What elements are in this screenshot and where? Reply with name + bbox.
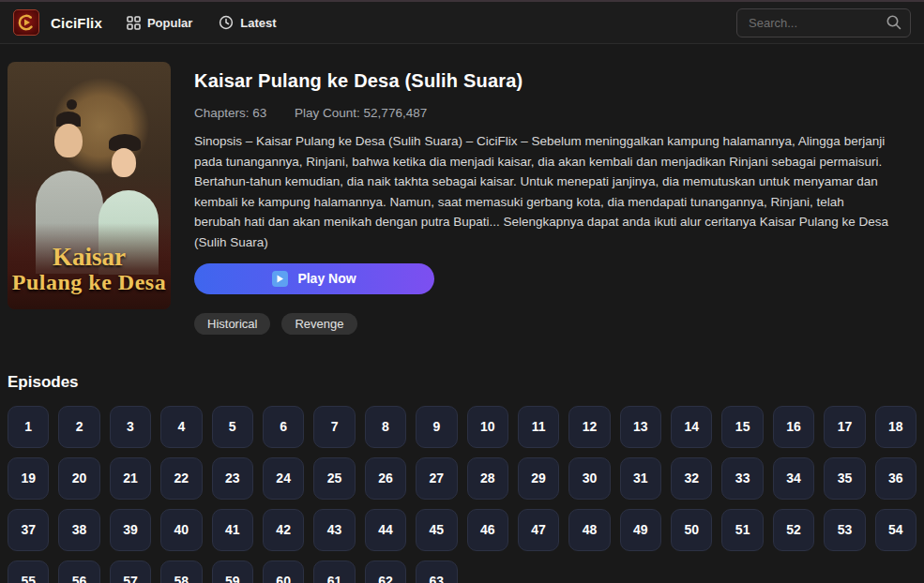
- episode-button-25[interactable]: 25: [313, 457, 355, 500]
- episode-button-30[interactable]: 30: [568, 457, 610, 500]
- episode-button-50[interactable]: 50: [671, 509, 712, 551]
- episode-button-21[interactable]: 21: [110, 457, 151, 500]
- episode-button-43[interactable]: 43: [313, 509, 355, 551]
- poster[interactable]: Kaisar Pulang ke Desa: [8, 62, 171, 309]
- episode-button-54[interactable]: 54: [875, 509, 916, 551]
- episode-button-33[interactable]: 33: [721, 457, 763, 500]
- episode-button-11[interactable]: 11: [518, 406, 559, 448]
- brand-logo-icon: [13, 9, 39, 36]
- drama-info: Kaisar Pulang ke Desa (Sulih Suara) Chap…: [194, 62, 890, 335]
- episode-button-41[interactable]: 41: [212, 509, 253, 551]
- poster-title-line1: Kaisar: [8, 244, 171, 270]
- episode-button-9[interactable]: 9: [416, 406, 457, 448]
- poster-title: Kaisar Pulang ke Desa: [8, 244, 171, 294]
- poster-man-bun: [67, 99, 77, 110]
- episode-button-4[interactable]: 4: [160, 406, 202, 448]
- episode-button-14[interactable]: 14: [671, 406, 712, 448]
- episode-button-28[interactable]: 28: [467, 457, 508, 500]
- grid-icon: [127, 16, 141, 30]
- episode-button-1[interactable]: 1: [8, 406, 49, 448]
- play-count: Play Count: 52,776,487: [295, 106, 427, 120]
- episode-button-26[interactable]: 26: [365, 457, 406, 500]
- search-box: [736, 8, 911, 37]
- episode-button-29[interactable]: 29: [518, 457, 559, 500]
- chapters-count: Chapters: 63: [194, 106, 266, 120]
- episode-button-55[interactable]: 55: [8, 561, 49, 583]
- episode-button-56[interactable]: 56: [58, 561, 99, 583]
- main-content: Kaisar Pulang ke Desa Kaisar Pulang ke D…: [0, 44, 924, 583]
- episode-button-38[interactable]: 38: [58, 509, 99, 551]
- play-now-label: Play Now: [297, 271, 356, 286]
- episode-button-37[interactable]: 37: [8, 509, 49, 551]
- clock-icon: [219, 15, 234, 30]
- episode-button-12[interactable]: 12: [568, 406, 610, 448]
- poster-title-line2: Pulang ke Desa: [8, 271, 171, 294]
- episode-button-19[interactable]: 19: [8, 457, 49, 500]
- drama-detail: Kaisar Pulang ke Desa Kaisar Pulang ke D…: [0, 44, 924, 335]
- episode-button-3[interactable]: 3: [110, 406, 151, 448]
- episode-button-15[interactable]: 15: [721, 406, 763, 448]
- episode-button-44[interactable]: 44: [365, 509, 406, 551]
- episode-button-48[interactable]: 48: [568, 509, 610, 551]
- nav-item-label: Popular: [147, 16, 192, 30]
- episode-button-57[interactable]: 57: [110, 561, 151, 583]
- episode-button-17[interactable]: 17: [824, 406, 865, 448]
- episode-button-23[interactable]: 23: [212, 457, 253, 500]
- episode-button-5[interactable]: 5: [212, 406, 253, 448]
- episode-button-39[interactable]: 39: [110, 509, 151, 551]
- episode-button-52[interactable]: 52: [773, 509, 814, 551]
- episode-button-32[interactable]: 32: [671, 457, 712, 500]
- episode-button-2[interactable]: 2: [58, 406, 99, 448]
- nav-item-popular[interactable]: Popular: [127, 16, 192, 30]
- nav-item-label: Latest: [240, 16, 276, 30]
- play-now-button[interactable]: Play Now: [194, 263, 434, 294]
- episode-button-13[interactable]: 13: [620, 406, 661, 448]
- episode-button-59[interactable]: 59: [212, 561, 253, 583]
- episode-button-34[interactable]: 34: [773, 457, 814, 500]
- episode-button-7[interactable]: 7: [313, 406, 355, 448]
- search-icon[interactable]: [886, 14, 902, 35]
- episode-button-63[interactable]: 63: [416, 561, 457, 583]
- episode-button-31[interactable]: 31: [620, 457, 661, 500]
- episode-button-27[interactable]: 27: [416, 457, 457, 500]
- play-icon: [272, 271, 288, 287]
- episode-button-61[interactable]: 61: [313, 561, 355, 583]
- episode-button-22[interactable]: 22: [160, 457, 202, 500]
- episode-button-6[interactable]: 6: [263, 406, 304, 448]
- nav-item-latest[interactable]: Latest: [219, 15, 276, 30]
- episodes-section: Episodes 1234567891011121314151617181920…: [0, 373, 924, 583]
- poster-woman-head: [112, 148, 136, 177]
- episode-button-18[interactable]: 18: [875, 406, 916, 448]
- episode-button-36[interactable]: 36: [875, 457, 916, 500]
- episode-button-46[interactable]: 46: [467, 509, 508, 551]
- poster-man-head: [54, 124, 83, 157]
- episode-button-42[interactable]: 42: [263, 509, 304, 551]
- episode-button-51[interactable]: 51: [721, 509, 763, 551]
- nav-menu: Popular Latest: [127, 15, 303, 30]
- brand-name: CiciFlix: [51, 15, 102, 31]
- episode-button-62[interactable]: 62: [365, 561, 406, 583]
- synopsis-text: Sinopsis – Kaisar Pulang ke Desa (Sulih …: [194, 131, 890, 253]
- tag-historical[interactable]: Historical: [194, 313, 270, 335]
- brand[interactable]: CiciFlix: [13, 9, 102, 36]
- episode-button-60[interactable]: 60: [263, 561, 304, 583]
- tag-revenge[interactable]: Revenge: [281, 313, 356, 335]
- episode-button-24[interactable]: 24: [263, 457, 304, 500]
- tag-list: Historical Revenge: [194, 313, 890, 335]
- episode-button-53[interactable]: 53: [824, 509, 865, 551]
- episode-button-8[interactable]: 8: [365, 406, 406, 448]
- episode-button-45[interactable]: 45: [416, 509, 457, 551]
- episode-button-10[interactable]: 10: [467, 406, 508, 448]
- episode-button-16[interactable]: 16: [773, 406, 814, 448]
- episode-button-20[interactable]: 20: [58, 457, 99, 500]
- meta-row: Chapters: 63 Play Count: 52,776,487: [194, 106, 890, 120]
- episode-button-49[interactable]: 49: [620, 509, 661, 551]
- navbar: CiciFlix Popular Latest: [0, 2, 924, 44]
- episodes-heading: Episodes: [8, 373, 916, 392]
- episode-button-40[interactable]: 40: [160, 509, 202, 551]
- episode-button-47[interactable]: 47: [518, 509, 559, 551]
- page-title: Kaisar Pulang ke Desa (Sulih Suara): [194, 70, 890, 92]
- episode-grid: 1234567891011121314151617181920212223242…: [8, 406, 916, 583]
- episode-button-35[interactable]: 35: [824, 457, 865, 500]
- episode-button-58[interactable]: 58: [160, 561, 202, 583]
